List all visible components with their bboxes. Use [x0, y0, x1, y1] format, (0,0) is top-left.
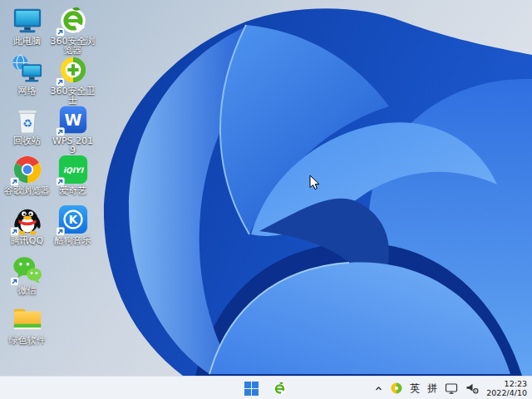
- taskbar-clock[interactable]: 12:23 2022/4/10: [486, 379, 527, 397]
- desktop-icon-art: [12, 54, 43, 86]
- taskbar: 英 拼 12:23 2022/4/10: [0, 376, 532, 399]
- windows-logo-icon: [244, 382, 259, 396]
- 360-browser-icon: [272, 381, 288, 397]
- desktop-icon-label: 微信: [18, 286, 37, 295]
- taskbar-item-360-browser[interactable]: [270, 379, 289, 398]
- desktop-icon-art: [12, 4, 43, 36]
- desktop-icon-label: 回收站: [13, 136, 41, 145]
- desktop-icon-label: 360安全卫士: [50, 86, 96, 105]
- clock-time: 12:23: [486, 379, 527, 388]
- desktop-icon-label: WPS 2019: [50, 136, 96, 155]
- ime-language-indicator[interactable]: 英: [410, 383, 420, 393]
- desktop-icon-label: 网络: [18, 86, 37, 96]
- desktop-icons: 此电脑 360安全浏览器 网络 360安: [4, 4, 96, 353]
- shortcut-arrow-badge: [10, 277, 19, 286]
- desktop-icon-this-pc[interactable]: 此电脑: [4, 4, 50, 54]
- desktop-icon-art: [57, 4, 89, 36]
- shortcut-arrow-badge: [10, 227, 19, 236]
- shortcut-arrow-badge: [56, 227, 65, 236]
- start-button[interactable]: [243, 380, 260, 397]
- desktop-icon-art: [12, 254, 43, 285]
- desktop-icon-art: [12, 104, 43, 135]
- desktop-icon-browser-360[interactable]: 360安全浏览器: [50, 4, 96, 54]
- shortcut-arrow-badge: [56, 27, 65, 37]
- shortcut-arrow-badge: [56, 127, 65, 136]
- desktop-icon-art: [12, 154, 43, 185]
- desktop-icon-label: 360安全浏览器: [50, 37, 96, 55]
- desktop-icon-label: 谷歌浏览器: [4, 186, 50, 195]
- shortcut-arrow-badge: [56, 77, 65, 86]
- desktop-icon-qq[interactable]: 腾讯QQ: [4, 204, 50, 254]
- desktop-icon-art: [12, 303, 43, 335]
- desktop-icon-recycle-bin[interactable]: 回收站: [4, 104, 50, 154]
- desktop-icon-art: [57, 204, 89, 235]
- desktop-icon-chrome[interactable]: 谷歌浏览器: [4, 154, 50, 204]
- desktop-icon-art: [12, 204, 43, 235]
- ime-layout-indicator[interactable]: 拼: [427, 383, 437, 393]
- tray-360-safety-icon[interactable]: [391, 382, 402, 394]
- shortcut-arrow-badge: [56, 177, 65, 186]
- desktop-icon-software-folder[interactable]: 绿色软件: [4, 303, 50, 353]
- desktop-icon-kugou[interactable]: 酷狗音乐: [50, 204, 96, 254]
- desktop-icon-label: 腾讯QQ: [11, 236, 43, 245]
- desktop-icon-art: [57, 54, 89, 86]
- shortcut-arrow-badge: [10, 177, 19, 186]
- desktop-icon-label: 酷狗音乐: [55, 236, 91, 245]
- desktop-icon-wechat[interactable]: 微信: [4, 254, 50, 303]
- desktop-icon-label: 此电脑: [13, 37, 41, 46]
- desktop-icon-iqiyi[interactable]: 爱奇艺: [50, 154, 96, 204]
- display-tray-icon[interactable]: [445, 382, 458, 395]
- desktop-icon-art: [57, 154, 89, 185]
- volume-settings-tray-icon[interactable]: [466, 382, 479, 395]
- system-tray: 英 拼 12:23 2022/4/10: [374, 377, 527, 399]
- desktop-icon-label: 爱奇艺: [59, 186, 86, 195]
- desktop-icon-wps[interactable]: WPS 2019: [50, 104, 96, 154]
- desktop-icon-art: [57, 104, 89, 135]
- clock-date: 2022/4/10: [486, 388, 527, 397]
- desktop-icon-network[interactable]: 网络: [4, 54, 50, 104]
- desktop-icon-safety-360[interactable]: 360安全卫士: [50, 54, 96, 104]
- desktop: 此电脑 360安全浏览器 网络 360安: [0, 0, 532, 399]
- tray-expand-chevron-icon[interactable]: [374, 384, 383, 393]
- desktop-icon-label: 绿色软件: [9, 336, 46, 345]
- taskbar-center-group: [243, 377, 289, 399]
